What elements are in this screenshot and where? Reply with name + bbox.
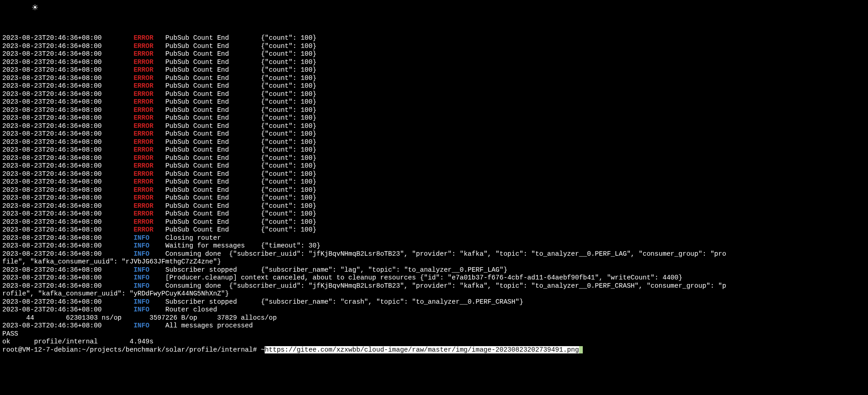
log-level-error: ERROR: [133, 202, 165, 210]
log-line: rofile", "kafka_consumer_uuid": "yRDdFwy…: [2, 290, 866, 298]
log-json: {"subscriber_name": "crash", "topic": "t…: [261, 298, 523, 305]
log-json: {"count": 100}: [261, 34, 317, 42]
log-line: 2023-08-23T20:46:36+08:00 ERROR PubSub C…: [2, 154, 866, 163]
log-level-error: ERROR: [133, 162, 165, 169]
log-message: Closing router: [165, 234, 261, 242]
log-line: 2023-08-23T20:46:36+08:00 ERROR PubSub C…: [2, 42, 866, 51]
log-json: {"count": 100}: [261, 50, 317, 58]
log-level-error: ERROR: [133, 146, 165, 153]
highlighted-url[interactable]: https://gitee.com/xzxwbb/cloud-image/raw…: [265, 346, 579, 353]
log-message: PubSub Count End: [165, 194, 261, 201]
log-json: {"count": 100}: [261, 178, 317, 185]
log-timestamp: 2023-08-23T20:46:36+08:00: [2, 66, 133, 74]
log-json: {"count": 100}: [261, 186, 317, 194]
log-line: 2023-08-23T20:46:36+08:00 INFO Subscribe…: [2, 266, 866, 274]
log-line: 2023-08-23T20:46:36+08:00 ERROR PubSub C…: [2, 58, 866, 67]
log-timestamp: 2023-08-23T20:46:36+08:00: [2, 298, 133, 305]
log-json: {"count": 100}: [261, 106, 317, 114]
log-json: {"count": 100}: [261, 202, 317, 210]
log-message: PubSub Count End: [165, 58, 261, 66]
log-message: PubSub Count End: [165, 154, 261, 162]
log-line: 2023-08-23T20:46:36+08:00 ERROR PubSub C…: [2, 106, 866, 115]
log-level-error: ERROR: [133, 98, 165, 105]
log-timestamp: 2023-08-23T20:46:36+08:00: [2, 98, 133, 105]
log-line: 2023-08-23T20:46:36+08:00 ERROR PubSub C…: [2, 194, 866, 202]
log-message: PubSub Count End: [165, 82, 261, 90]
log-json: {"timeout": 30}: [261, 242, 321, 249]
log-message: PubSub Count End: [165, 114, 261, 121]
log-line: 2023-08-23T20:46:36+08:00 ERROR PubSub C…: [2, 34, 866, 42]
log-timestamp: 2023-08-23T20:46:36+08:00: [2, 242, 133, 249]
log-line: 2023-08-23T20:46:36+08:00 ERROR PubSub C…: [2, 50, 866, 58]
log-json: {"count": 100}: [261, 66, 317, 74]
log-timestamp: 2023-08-23T20:46:36+08:00: [2, 82, 133, 90]
log-level-error: ERROR: [133, 210, 165, 217]
log-wrapped: rofile", "kafka_consumer_uuid": "yRDdFwy…: [2, 290, 229, 297]
log-json: {"count": 100}: [261, 226, 317, 233]
log-level-info: INFO: [133, 298, 165, 305]
log-message: PubSub Count End: [165, 210, 261, 217]
log-message: PubSub Count End: [165, 170, 261, 178]
log-line: 2023-08-23T20:46:36+08:00 ERROR PubSub C…: [2, 122, 866, 131]
log-timestamp: 2023-08-23T20:46:36+08:00: [2, 58, 133, 66]
log-timestamp: 2023-08-23T20:46:36+08:00: [2, 138, 133, 146]
log-line: 2023-08-23T20:46:36+08:00 INFO Router cl…: [2, 306, 866, 314]
log-message: PubSub Count End: [165, 186, 261, 194]
log-timestamp: 2023-08-23T20:46:36+08:00: [2, 226, 133, 233]
log-line: 2023-08-23T20:46:36+08:00 INFO All messa…: [2, 322, 866, 330]
log-level-error: ERROR: [133, 226, 165, 233]
log-json: {"count": 100}: [261, 194, 317, 201]
log-line: 2023-08-23T20:46:36+08:00 ERROR PubSub C…: [2, 178, 866, 186]
log-message: [Producer.cleanup] context canceled, abo…: [165, 274, 682, 281]
test-pass: PASS: [2, 330, 18, 337]
log-json: {"count": 100}: [261, 162, 317, 169]
log-timestamp: 2023-08-23T20:46:36+08:00: [2, 194, 133, 201]
log-line: 2023-08-23T20:46:36+08:00 ERROR PubSub C…: [2, 114, 866, 122]
log-json: {"count": 100}: [261, 138, 317, 146]
log-json: {"count": 100}: [261, 210, 317, 217]
log-level-info: INFO: [133, 266, 165, 274]
terminal-output[interactable]: 2023-08-23T20:46:36+08:00 ERROR PubSub C…: [2, 34, 866, 354]
log-line: PASS: [2, 330, 866, 338]
log-level-error: ERROR: [133, 122, 165, 130]
log-level-error: ERROR: [133, 170, 165, 178]
log-timestamp: 2023-08-23T20:46:36+08:00: [2, 178, 133, 185]
shell-prompt: root@VM-12-7-debian:~/projects/benchmark…: [2, 346, 265, 353]
log-level-error: ERROR: [133, 82, 165, 90]
log-json: {"subscriber_name": "lag", "topic": "to_…: [261, 266, 508, 274]
bench-stats: 44 62301303 ns/op 3597226 B/op 37829 all…: [2, 314, 277, 321]
log-line: 2023-08-23T20:46:36+08:00 INFO Closing r…: [2, 234, 866, 242]
log-level-error: ERROR: [133, 34, 165, 42]
log-message: Subscriber stopped: [165, 266, 261, 274]
log-message: PubSub Count End: [165, 130, 261, 137]
log-line: 2023-08-23T20:46:36+08:00 ERROR PubSub C…: [2, 138, 866, 147]
log-json: {"count": 100}: [261, 42, 317, 50]
log-message: PubSub Count End: [165, 98, 261, 105]
log-level-error: ERROR: [133, 218, 165, 226]
test-ok: ok profile/internal 4.949s: [2, 338, 154, 345]
log-json: {"count": 100}: [261, 218, 317, 226]
log-level-error: ERROR: [133, 138, 165, 146]
log-timestamp: 2023-08-23T20:46:36+08:00: [2, 106, 133, 114]
log-message: PubSub Count End: [165, 50, 261, 58]
log-message: Consuming done {"subscriber_uuid": "jfKj…: [165, 250, 726, 258]
log-message: PubSub Count End: [165, 178, 261, 185]
log-timestamp: 2023-08-23T20:46:36+08:00: [2, 250, 133, 258]
log-timestamp: 2023-08-23T20:46:36+08:00: [2, 74, 133, 82]
log-level-error: ERROR: [133, 42, 165, 50]
log-message: PubSub Count End: [165, 42, 261, 50]
log-level-error: ERROR: [133, 178, 165, 185]
log-timestamp: 2023-08-23T20:46:36+08:00: [2, 322, 133, 329]
log-timestamp: 2023-08-23T20:46:36+08:00: [2, 234, 133, 242]
log-message: PubSub Count End: [165, 202, 261, 210]
log-level-info: INFO: [133, 322, 165, 329]
log-level-error: ERROR: [133, 130, 165, 137]
log-timestamp: 2023-08-23T20:46:36+08:00: [2, 266, 133, 274]
log-line: 2023-08-23T20:46:36+08:00 ERROR PubSub C…: [2, 82, 866, 90]
log-json: {"count": 100}: [261, 82, 317, 90]
log-level-error: ERROR: [133, 50, 165, 58]
log-line: 2023-08-23T20:46:36+08:00 ERROR PubSub C…: [2, 90, 866, 99]
log-message: Waiting for messages: [165, 242, 261, 249]
log-line: ok profile/internal 4.949s: [2, 338, 866, 346]
log-timestamp: 2023-08-23T20:46:36+08:00: [2, 274, 133, 281]
